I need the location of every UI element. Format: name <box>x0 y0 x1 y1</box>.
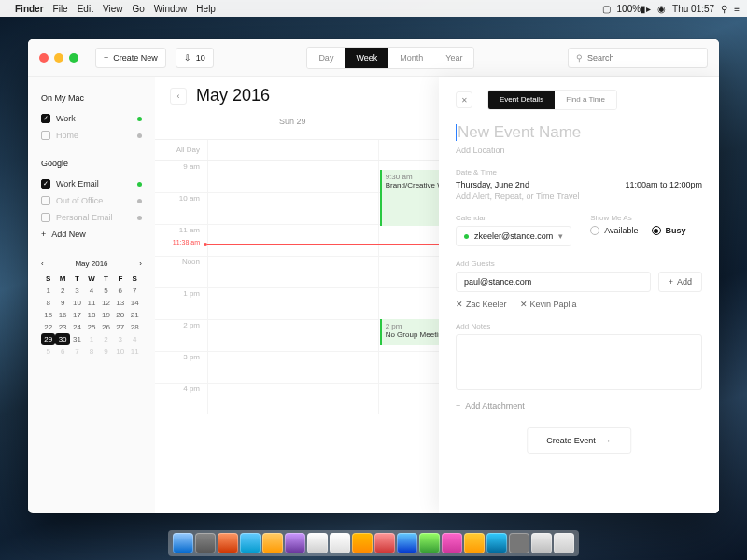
minical-next[interactable]: › <box>139 259 142 268</box>
view-year[interactable]: Year <box>434 48 473 68</box>
menu-view[interactable]: View <box>103 4 123 14</box>
dock-item[interactable] <box>509 533 529 553</box>
menu-go[interactable]: Go <box>132 4 144 14</box>
view-day[interactable]: Day <box>307 48 345 68</box>
dock-item[interactable] <box>240 533 261 553</box>
calendar-select[interactable]: zkeeler@stance.com▾ <box>456 226 571 246</box>
dock-item[interactable] <box>330 533 350 553</box>
calendar-item-personal[interactable]: Personal Email <box>41 209 142 226</box>
guest-chip[interactable]: ✕Kevin Paplia <box>520 300 577 309</box>
guest-chips: ✕Zac Keeler ✕Kevin Paplia <box>456 300 702 309</box>
dock-item[interactable] <box>352 533 373 553</box>
dock-item[interactable] <box>442 533 462 553</box>
minimize-icon[interactable] <box>54 53 63 63</box>
calendar-item-work[interactable]: ✓Work <box>41 110 142 127</box>
radio-busy[interactable]: Busy <box>652 226 686 235</box>
event-location-input[interactable]: Add Location <box>456 146 702 155</box>
calendar-window: +Create New ⇩10 Day Week Month Year ⚲ On… <box>28 39 719 513</box>
dock[interactable] <box>168 530 579 556</box>
add-calendar-button[interactable]: +Add New <box>41 230 142 239</box>
calendar-item-ooo[interactable]: Out of Office <box>41 192 142 209</box>
color-dot <box>464 234 469 239</box>
add-guest-button[interactable]: +Add <box>658 272 702 292</box>
menu-window[interactable]: Window <box>154 4 188 14</box>
view-segment: Day Week Month Year <box>306 47 474 69</box>
dock-item[interactable] <box>285 533 305 553</box>
close-icon[interactable] <box>39 53 49 63</box>
dock-item[interactable] <box>262 533 283 553</box>
create-event-button[interactable]: Create Event→ <box>527 427 631 454</box>
calendar-label: Calendar <box>456 214 571 222</box>
event-date[interactable]: Thursday, June 2nd <box>456 180 529 189</box>
create-new-button[interactable]: +Create New <box>95 48 166 68</box>
menu-edit[interactable]: Edit <box>78 4 93 14</box>
remove-icon[interactable]: ✕ <box>456 300 463 309</box>
dock-item[interactable] <box>173 533 193 553</box>
spotlight-icon[interactable]: ⚲ <box>721 4 727 14</box>
event-name-input[interactable]: New Event Name <box>456 123 702 142</box>
dock-item[interactable] <box>374 533 395 553</box>
dock-item[interactable] <box>531 533 552 553</box>
dock-item[interactable] <box>464 533 485 553</box>
tab-event-details[interactable]: Event Details <box>488 91 555 109</box>
dock-item[interactable] <box>307 533 328 553</box>
chevron-down-icon: ▾ <box>558 231 563 241</box>
download-button[interactable]: ⇩10 <box>176 48 214 68</box>
checkbox-icon[interactable]: ✓ <box>41 114 50 123</box>
checkbox-icon[interactable] <box>41 196 50 205</box>
tab-find-time[interactable]: Find a Time <box>555 91 616 109</box>
add-attachment-button[interactable]: +Add Attachment <box>456 401 702 411</box>
minical-prev[interactable]: ‹ <box>41 259 44 268</box>
remove-icon[interactable]: ✕ <box>520 300 528 309</box>
traffic-lights <box>39 53 78 63</box>
dock-item[interactable] <box>419 533 440 553</box>
calendar-item-work-email[interactable]: ✓Work Email <box>41 175 142 192</box>
mini-calendar: ‹ May 2016 › SMTWTFS12345678910111213141… <box>41 259 142 357</box>
radio-icon <box>652 226 661 235</box>
app-name[interactable]: Finder <box>15 4 44 14</box>
dock-item[interactable] <box>195 533 216 553</box>
view-week[interactable]: Week <box>345 48 388 68</box>
minical-grid[interactable]: SMTWTFS123456789101112131415161718192021… <box>41 273 142 357</box>
allday-label: All Day <box>155 140 207 160</box>
sidebar-group-local: On My Mac <box>41 93 142 103</box>
color-dot <box>137 117 142 121</box>
checkbox-icon[interactable]: ✓ <box>41 179 50 189</box>
plus-icon: + <box>41 230 46 239</box>
radio-available[interactable]: Available <box>590 226 638 235</box>
wifi-icon[interactable]: ◉ <box>657 4 666 14</box>
dock-item[interactable] <box>554 533 574 553</box>
arrow-right-icon: → <box>603 436 612 445</box>
guests-label: Add Guests <box>456 259 702 268</box>
guest-chip[interactable]: ✕Zac Keeler <box>456 300 507 309</box>
menu-file[interactable]: File <box>53 4 68 14</box>
view-month[interactable]: Month <box>388 48 434 68</box>
fullscreen-icon[interactable] <box>69 53 78 63</box>
nav-prev[interactable]: ‹ <box>170 88 187 105</box>
search-input[interactable] <box>587 53 699 63</box>
titlebar: +Create New ⇩10 Day Week Month Year ⚲ <box>28 39 719 77</box>
dock-item[interactable] <box>218 533 238 553</box>
menu-icon[interactable]: ≡ <box>734 4 740 14</box>
alert-hint[interactable]: Add Alert, Repeat, or Time Travel <box>456 191 702 201</box>
event-time[interactable]: 11:00am to 12:00pm <box>625 180 702 189</box>
menu-help[interactable]: Help <box>196 4 216 14</box>
checkbox-icon[interactable] <box>41 131 50 140</box>
clock[interactable]: Thu 01:57 <box>672 4 714 14</box>
minical-title: May 2016 <box>75 259 107 268</box>
plus-icon: + <box>104 53 108 63</box>
search-box[interactable]: ⚲ <box>568 48 708 68</box>
checkbox-icon[interactable] <box>41 213 50 222</box>
color-dot <box>137 182 142 187</box>
battery-status[interactable]: 100% ▮▸ <box>617 4 652 14</box>
close-panel-button[interactable]: ✕ <box>456 91 472 108</box>
plus-icon: + <box>456 401 460 411</box>
day-header[interactable]: Sun 29 <box>207 109 378 139</box>
guest-input[interactable]: paul@stance.com <box>456 272 651 292</box>
dock-item[interactable] <box>486 533 507 553</box>
airplay-icon[interactable]: ▢ <box>602 4 611 14</box>
now-label: 11:38 am <box>155 239 207 245</box>
calendar-item-home[interactable]: Home <box>41 127 142 144</box>
dock-item[interactable] <box>397 533 417 553</box>
notes-textarea[interactable] <box>456 334 702 390</box>
